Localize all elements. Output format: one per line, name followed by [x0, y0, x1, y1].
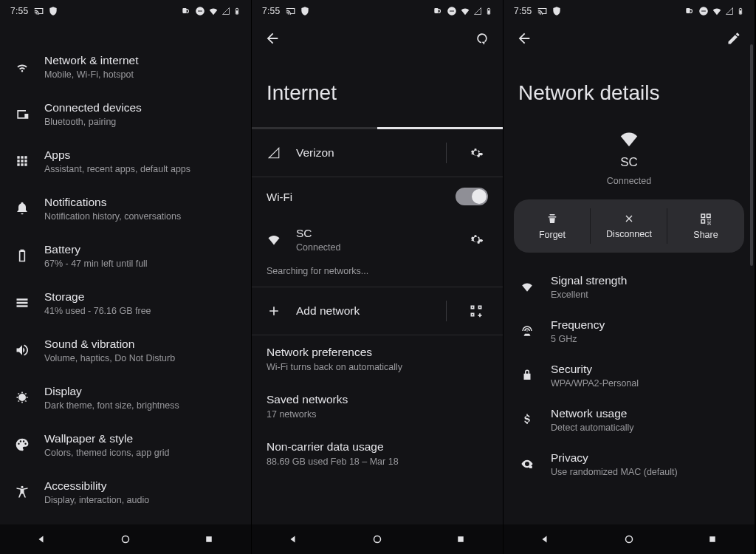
carrier-row[interactable]: Verizon [252, 129, 503, 177]
settings-item-title: Wallpaper & style [44, 431, 238, 446]
signal-icon [221, 7, 230, 16]
nav-recent-icon[interactable] [202, 533, 216, 546]
detail-row-lock[interactable]: Security WPA/WPA2-Personal [504, 353, 755, 397]
nav-back-icon[interactable] [35, 533, 49, 546]
detail-row-wifi-full[interactable]: Signal strength Excellent [504, 264, 755, 309]
nav-home-icon[interactable] [119, 533, 132, 546]
wifi-toggle-row: Wi-Fi [252, 177, 503, 216]
scrollbar[interactable] [750, 44, 753, 325]
wifi-full-icon [460, 6, 470, 16]
settings-item-sub: Volume, haptics, Do Not Disturb [44, 353, 238, 363]
svg-rect-7 [488, 8, 489, 9]
nav-back-icon[interactable] [287, 533, 300, 546]
shield-icon [551, 6, 562, 16]
detail-row-dollar[interactable]: Network usage Detect automatically [504, 397, 755, 442]
battery-icon [13, 248, 31, 263]
wifi-toggle[interactable] [456, 188, 488, 205]
wifi-full-icon [208, 6, 219, 16]
devices-icon [13, 106, 31, 121]
scan-qr-button[interactable] [463, 304, 489, 318]
settings-item-palette[interactable]: Wallpaper & style Colors, themed icons, … [0, 421, 251, 468]
cast-icon [537, 6, 547, 16]
eye-lock-icon [518, 457, 536, 471]
wifi-full-icon [265, 232, 283, 247]
signal-icon [265, 146, 283, 160]
pref-row[interactable]: Saved networks 17 networks [252, 383, 503, 430]
detail-title: Network usage [551, 406, 740, 421]
back-button[interactable] [515, 30, 533, 47]
pref-title: Non-carrier data usage [267, 440, 488, 454]
settings-item-storage[interactable]: Storage 41% used - 76.16 GB free [0, 279, 251, 326]
settings-item-sub: Assistant, recent apps, default apps [44, 164, 238, 174]
carrier-name: Verizon [296, 146, 430, 160]
share-button[interactable]: Share [667, 199, 744, 253]
carrier-settings-button[interactable] [463, 146, 489, 160]
dnd-icon [447, 6, 457, 16]
settings-item-wifi[interactable]: Network & internet Mobile, Wi-Fi, hotspo… [0, 43, 251, 90]
add-network-row[interactable]: Add network [252, 287, 503, 335]
freq-icon [518, 324, 536, 338]
pref-sub: 88.69 GB used Feb 18 – Mar 18 [267, 456, 488, 467]
settings-item-display[interactable]: Display Dark theme, font size, brightnes… [0, 374, 251, 421]
status-bar: 7:55 [0, 0, 251, 22]
plus-icon [265, 304, 283, 318]
nav-recent-icon[interactable] [454, 533, 467, 546]
pref-sub: 17 networks [267, 409, 488, 420]
pref-row[interactable]: Network preferences Wi-Fi turns back on … [252, 335, 503, 383]
detail-row-freq[interactable]: Frequency 5 GHz [504, 309, 755, 353]
wifi-ssid: SC [296, 226, 450, 241]
svg-rect-10 [740, 8, 741, 9]
settings-item-sub: 67% - 47 min left until full [44, 259, 238, 269]
storage-icon [13, 295, 31, 310]
forget-button[interactable]: Forget [514, 199, 591, 253]
settings-item-devices[interactable]: Connected devices Bluetooth, pairing [0, 90, 251, 137]
detail-sub: WPA/WPA2-Personal [551, 378, 740, 389]
pref-sub: Wi-Fi turns back on automatically [267, 362, 488, 372]
cast-icon [33, 6, 44, 16]
settings-item-title: Sound & vibration [44, 337, 238, 352]
wifi-settings-button[interactable] [463, 232, 489, 247]
shield-icon [300, 6, 310, 16]
detail-sub: Detect automatically [551, 423, 740, 433]
settings-item-accessibility[interactable]: Accessibility Display, interaction, audi… [0, 468, 251, 516]
wifi-network-row[interactable]: SC Connected [252, 216, 503, 263]
network-hero: SC Connected [504, 127, 755, 199]
bell-icon [13, 201, 31, 216]
nav-home-icon[interactable] [622, 533, 636, 546]
vpn-key-icon [684, 6, 695, 16]
status-time: 7:55 [514, 6, 532, 16]
shield-icon [48, 6, 58, 16]
settings-item-sub: Dark theme, font size, brightness [44, 400, 238, 411]
wifi-full-icon [518, 280, 536, 293]
settings-item-title: Connected devices [44, 100, 238, 115]
back-button[interactable] [264, 30, 281, 47]
svg-rect-6 [488, 10, 490, 14]
settings-item-title: Storage [44, 290, 238, 304]
nav-recent-icon[interactable] [706, 533, 719, 546]
settings-item-title: Network & internet [44, 53, 238, 68]
settings-item-sound[interactable]: Sound & vibration Volume, haptics, Do No… [0, 326, 251, 374]
settings-item-battery[interactable]: Battery 67% - 47 min left until full [0, 232, 251, 279]
accessibility-icon [13, 485, 31, 499]
nav-home-icon[interactable] [371, 533, 384, 546]
settings-item-sub: Colors, themed icons, app grid [44, 448, 238, 458]
nav-back-icon[interactable] [539, 533, 552, 546]
nav-bar [504, 524, 755, 554]
settings-item-bell[interactable]: Notifications Notification history, conv… [0, 185, 251, 232]
battery-icon [737, 6, 744, 16]
detail-row-eye-lock[interactable]: Privacy Use randomized MAC (default) [504, 442, 755, 486]
pref-row[interactable]: Non-carrier data usage 88.69 GB used Feb… [252, 430, 503, 477]
apps-icon [13, 154, 31, 168]
cast-icon [285, 6, 295, 16]
detail-sub: Excellent [551, 290, 740, 300]
network-ssid: SC [620, 155, 638, 170]
edit-button[interactable] [725, 30, 743, 47]
settings-item-sub: Mobile, Wi-Fi, hotspot [44, 69, 238, 80]
reset-button[interactable] [473, 30, 491, 47]
settings-item-apps[interactable]: Apps Assistant, recent apps, default app… [0, 137, 251, 185]
page-title: Network details [504, 55, 755, 127]
wifi-full-icon [712, 6, 722, 16]
palette-icon [13, 437, 31, 452]
dnd-icon [698, 6, 709, 16]
disconnect-button[interactable]: Disconnect [591, 199, 667, 253]
